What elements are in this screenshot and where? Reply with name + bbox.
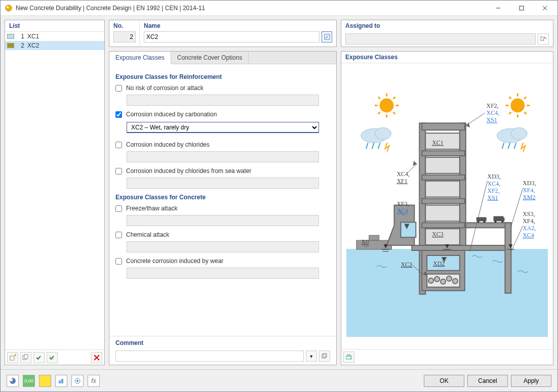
apply-button[interactable]: Apply [511, 375, 551, 387]
no-input[interactable] [113, 31, 136, 42]
checkbox[interactable] [115, 85, 122, 92]
function-icon[interactable]: fx [88, 375, 100, 387]
svg-text:XA2,: XA2, [523, 225, 536, 232]
svg-point-72 [453, 279, 458, 284]
svg-rect-16 [323, 353, 327, 357]
svg-text:XF2,: XF2, [487, 102, 499, 109]
check-carbonation[interactable]: Corrosion induced by carbonation [115, 111, 330, 118]
delete-icon[interactable] [91, 352, 102, 363]
top-row: No. Name Assigned to [109, 20, 553, 47]
help-icon[interactable] [7, 375, 19, 387]
svg-point-126 [10, 378, 13, 381]
comment-library-icon[interactable] [319, 351, 330, 362]
svg-point-69 [434, 277, 440, 282]
svg-text:X0: X0 [362, 238, 369, 245]
select-no-risk [127, 95, 319, 106]
svg-text:XS1: XS1 [488, 194, 498, 201]
svg-rect-54 [425, 157, 460, 173]
svg-point-0 [6, 5, 12, 11]
list-row[interactable]: 2 XC2 [5, 41, 104, 50]
assigned-panel: Assigned to [341, 20, 553, 47]
select-sea-chlorides [127, 178, 319, 189]
checkbox[interactable] [115, 142, 122, 148]
svg-point-19 [380, 99, 394, 113]
content-row: Exposure Classes Concrete Cover Options … [109, 51, 553, 365]
model-icon[interactable] [55, 375, 67, 387]
close-button[interactable] [533, 1, 556, 15]
footer: 0,00 fx OK Cancel Apply [1, 369, 557, 391]
svg-rect-74 [505, 223, 511, 293]
diagram-toolbar [341, 349, 553, 365]
svg-text:XC1: XC1 [432, 139, 444, 146]
svg-text:XF3,: XF3, [397, 201, 409, 208]
comment-dropdown-icon[interactable]: ▾ [306, 351, 317, 362]
checkbox[interactable] [115, 258, 122, 265]
check-all-icon[interactable] [33, 352, 45, 363]
checkbox[interactable] [115, 232, 122, 238]
checkbox[interactable] [115, 111, 122, 118]
svg-text:XS1: XS1 [487, 116, 497, 123]
minimize-button[interactable] [487, 1, 510, 15]
check-sea-chlorides[interactable]: Corrosion induced by chlorides from sea … [115, 167, 330, 175]
check-chlorides[interactable]: Corrosion induced by chlorides [115, 141, 330, 148]
svg-text:XF4,: XF4, [523, 187, 535, 194]
svg-text:XD3,: XD3, [488, 173, 501, 180]
list-row[interactable]: 1 XC1 [5, 32, 104, 41]
svg-rect-57 [422, 199, 465, 204]
name-edit-button[interactable] [322, 31, 332, 42]
no-column: No. [109, 20, 140, 47]
view-icon[interactable] [71, 375, 84, 387]
checkbox[interactable] [115, 205, 122, 212]
list-num: 1 [16, 33, 24, 40]
svg-point-28 [510, 99, 525, 113]
svg-point-38 [375, 127, 391, 140]
name-column: Name [140, 20, 336, 47]
app-icon [5, 4, 13, 12]
svg-rect-127 [59, 380, 61, 383]
tab-exposure[interactable]: Exposure Classes [109, 52, 171, 64]
comment-label: Comment [115, 339, 330, 346]
name-label: Name [144, 22, 332, 29]
assigned-input[interactable] [345, 33, 536, 45]
svg-rect-58 [425, 205, 460, 222]
check-wear[interactable]: Concrete corrosion induced by wear [115, 257, 330, 265]
svg-rect-53 [422, 151, 465, 156]
svg-point-70 [441, 279, 446, 284]
list-name: XC1 [27, 33, 39, 40]
comment-input[interactable] [115, 351, 304, 362]
svg-point-80 [495, 221, 497, 223]
svg-rect-128 [61, 379, 63, 383]
svg-text:XF2,: XF2, [488, 187, 500, 194]
select-carbonation[interactable]: XC2 – Wet, rarely dry [127, 122, 319, 133]
svg-rect-124 [347, 355, 350, 356]
assigned-pick-button[interactable] [538, 33, 549, 45]
copy-icon[interactable] [20, 352, 31, 363]
maximize-button[interactable] [510, 1, 533, 15]
ok-button[interactable]: OK [424, 375, 464, 387]
list-name: XC2 [27, 42, 39, 49]
cancel-button[interactable]: Cancel [467, 375, 508, 387]
svg-point-68 [428, 278, 433, 283]
titlebar: New Concrete Durability | Concrete Desig… [1, 1, 557, 16]
units-icon[interactable]: 0,00 [23, 375, 35, 387]
svg-point-81 [501, 221, 503, 223]
check-no-risk[interactable]: No risk of corrosion or attack [115, 84, 330, 92]
check-freeze[interactable]: Freeze/thaw attack [115, 205, 330, 212]
check-chemical[interactable]: Chemical attack [115, 231, 330, 238]
svg-text:✦: ✦ [13, 354, 16, 359]
diagram-print-icon[interactable] [343, 352, 354, 363]
svg-text:XS3,: XS3, [523, 210, 535, 217]
color-icon[interactable] [39, 375, 51, 387]
form-panel: Exposure Classes Concrete Cover Options … [109, 51, 337, 365]
checkbox[interactable] [115, 168, 122, 175]
svg-rect-56 [425, 181, 460, 197]
section-concrete: Exposure Classes for Concrete [115, 194, 330, 201]
new-icon[interactable]: ✦ [7, 352, 18, 363]
tab-cover[interactable]: Concrete Cover Options [171, 52, 249, 64]
select-freeze [127, 215, 319, 226]
uncheck-all-icon[interactable] [47, 352, 58, 363]
name-input[interactable] [144, 31, 320, 42]
section-reinforcement: Exposure Classes for Reinforcement [115, 73, 330, 80]
window-title: New Concrete Durability | Concrete Desig… [16, 5, 487, 12]
svg-text:XC3: XC3 [432, 231, 444, 238]
